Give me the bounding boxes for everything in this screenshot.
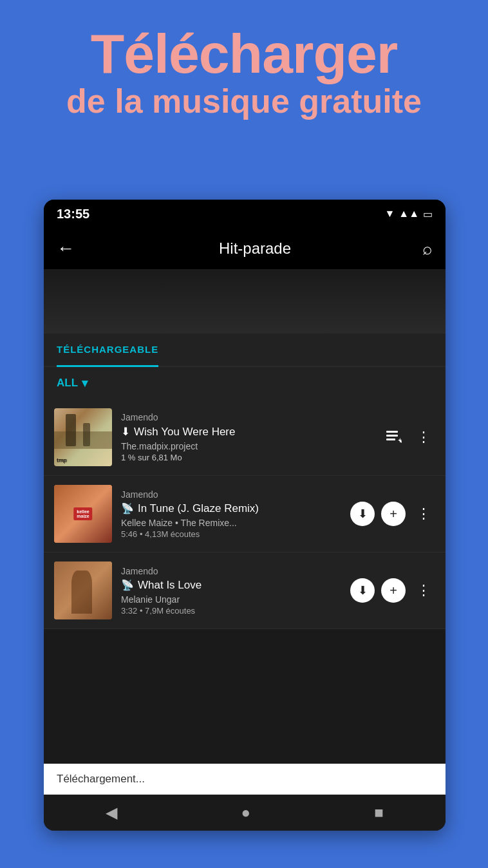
download-status: Téléchargement... bbox=[57, 773, 145, 786]
song-artist: Melanie Ungar bbox=[121, 594, 345, 605]
filter-row: ALL ▾ bbox=[44, 367, 446, 399]
song-info: Jamendo ⬇ Wish You Were Here The.madpix.… bbox=[121, 412, 377, 462]
stream-icon: 📡 bbox=[121, 579, 134, 591]
song-meta: 1 % sur 6,81 Mo bbox=[121, 453, 377, 462]
recent-nav-button[interactable]: ■ bbox=[374, 804, 384, 822]
song-title-row: 📡 What Is Love bbox=[121, 579, 345, 592]
song-info: Jamendo 📡 What Is Love Melanie Ungar 3:3… bbox=[121, 566, 345, 616]
song-title-row: 📡 In Tune (J. Glaze Remix) bbox=[121, 502, 345, 515]
queue-button[interactable]: + bbox=[382, 426, 406, 449]
song-info: Jamendo 📡 In Tune (J. Glaze Remix) Kelle… bbox=[121, 489, 345, 539]
download-icon: ⬇ bbox=[121, 425, 130, 439]
song-title: Wish You Were Here bbox=[134, 426, 235, 439]
song-actions: + ⋮ bbox=[382, 426, 435, 449]
song-source: Jamendo bbox=[121, 412, 377, 422]
song-meta: 5:46 • 4,13M écoutes bbox=[121, 529, 345, 539]
filter-button[interactable]: ALL ▾ bbox=[57, 376, 88, 390]
tab-telechargeable[interactable]: TÉLÉCHARGEABLE bbox=[57, 334, 158, 367]
list-item: Jamendo 📡 What Is Love Melanie Ungar 3:3… bbox=[44, 552, 446, 629]
song-thumbnail: kellee maize bbox=[54, 485, 112, 543]
back-button[interactable]: ← bbox=[57, 238, 75, 259]
promo-title: Télécharger bbox=[19, 26, 469, 81]
svg-rect-1 bbox=[386, 435, 398, 437]
song-artist: The.madpix.project bbox=[121, 441, 377, 451]
svg-text:+: + bbox=[398, 436, 402, 444]
add-button[interactable]: + bbox=[381, 502, 406, 526]
stream-icon: 📡 bbox=[121, 502, 134, 514]
nav-bar: ◀ ● ■ bbox=[44, 795, 446, 831]
wifi-icon: ▼ bbox=[384, 208, 395, 220]
status-bar: 13:55 ▼ ▲▲ ▭ bbox=[44, 200, 446, 228]
home-nav-button[interactable]: ● bbox=[241, 804, 250, 822]
phone-mockup: 13:55 ▼ ▲▲ ▭ ← Hit-parade ⌕ TÉLÉCHARGEAB… bbox=[44, 200, 446, 831]
list-item: tmp Jamendo ⬇ Wish You Were Here The.mad… bbox=[44, 399, 446, 476]
promo-subtitle: de la musique gratuite bbox=[19, 81, 469, 121]
app-bar: ← Hit-parade ⌕ bbox=[44, 228, 446, 269]
status-time: 13:55 bbox=[57, 207, 89, 222]
song-source: Jamendo bbox=[121, 566, 345, 576]
song-meta: 3:32 • 7,9M écoutes bbox=[121, 606, 345, 616]
more-button[interactable]: ⋮ bbox=[412, 502, 435, 525]
svg-rect-2 bbox=[386, 439, 395, 440]
song-title: What Is Love bbox=[138, 579, 202, 592]
svg-rect-0 bbox=[386, 431, 398, 433]
gradient-area bbox=[44, 269, 446, 334]
song-title-row: ⬇ Wish You Were Here bbox=[121, 425, 377, 439]
song-source: Jamendo bbox=[121, 489, 345, 500]
back-nav-button[interactable]: ◀ bbox=[106, 804, 117, 822]
tab-bar: TÉLÉCHARGEABLE bbox=[44, 334, 446, 367]
promo-header: Télécharger de la musique gratuite bbox=[0, 0, 488, 140]
status-icons: ▼ ▲▲ ▭ bbox=[384, 208, 433, 220]
filter-label: ALL bbox=[57, 377, 78, 390]
download-button[interactable]: ⬇ bbox=[350, 502, 375, 526]
song-actions: ⬇ + ⋮ bbox=[350, 578, 435, 603]
song-actions: ⬇ + ⋮ bbox=[350, 502, 435, 526]
song-list: tmp Jamendo ⬇ Wish You Were Here The.mad… bbox=[44, 399, 446, 629]
list-item: kellee maize Jamendo 📡 In Tune (J. Glaze… bbox=[44, 476, 446, 552]
song-thumbnail bbox=[54, 561, 112, 619]
app-bar-title: Hit-parade bbox=[88, 240, 422, 258]
search-button[interactable]: ⌕ bbox=[422, 239, 433, 259]
add-button[interactable]: + bbox=[381, 578, 406, 603]
more-button[interactable]: ⋮ bbox=[412, 579, 435, 602]
download-bar: Téléchargement... bbox=[44, 764, 446, 795]
song-artist: Kellee Maize • The Remixe... bbox=[121, 518, 345, 528]
more-button[interactable]: ⋮ bbox=[412, 426, 435, 449]
download-button[interactable]: ⬇ bbox=[350, 578, 375, 603]
battery-icon: ▭ bbox=[423, 208, 433, 220]
chevron-down-icon: ▾ bbox=[82, 376, 88, 390]
signal-icon: ▲▲ bbox=[399, 208, 419, 220]
song-thumbnail: tmp bbox=[54, 408, 112, 466]
song-title: In Tune (J. Glaze Remix) bbox=[138, 502, 259, 515]
